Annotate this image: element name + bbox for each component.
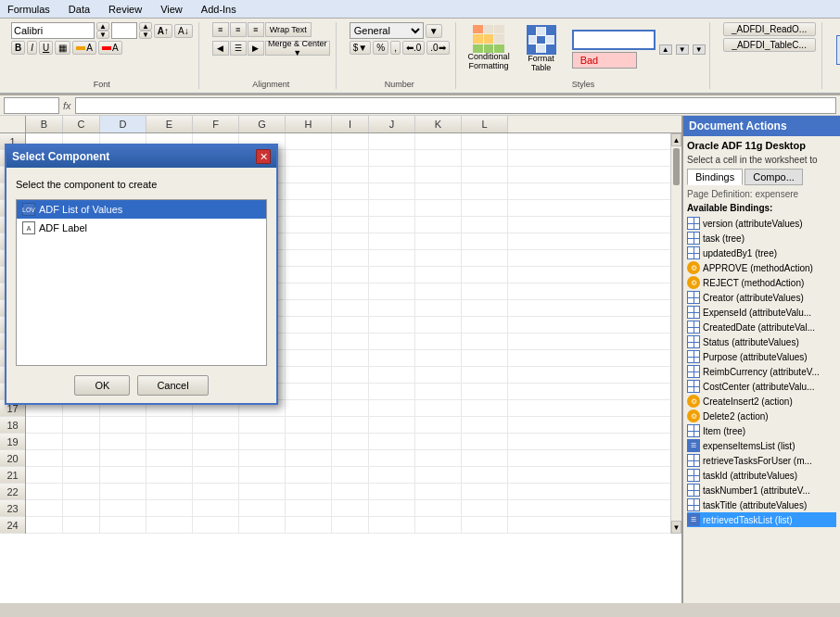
- normal-cell-input[interactable]: Normal: [572, 30, 655, 50]
- col-header-e[interactable]: E: [146, 116, 193, 132]
- grid-cell[interactable]: [146, 484, 193, 499]
- grid-cell[interactable]: [462, 200, 508, 216]
- grid-cell[interactable]: [286, 167, 332, 183]
- menu-add-ins[interactable]: Add-Ins: [197, 2, 240, 17]
- grid-cell[interactable]: [462, 317, 508, 333]
- grid-cell[interactable]: [193, 434, 239, 449]
- font-size-down[interactable]: ▼: [139, 31, 152, 39]
- wrap-text-btn[interactable]: Wrap Text: [265, 22, 312, 37]
- grid-cell[interactable]: [286, 300, 332, 316]
- grid-cell[interactable]: [462, 450, 508, 466]
- tab-components[interactable]: Compo...: [745, 169, 803, 185]
- col-header-b[interactable]: B: [26, 116, 63, 132]
- font-name-down[interactable]: ▼: [96, 31, 109, 39]
- binding-item[interactable]: taskNumber1 (attributeV...: [687, 483, 836, 497]
- grid-cell[interactable]: [415, 150, 462, 166]
- grid-cell[interactable]: [332, 200, 369, 216]
- grid-cell[interactable]: [415, 467, 462, 483]
- grid-cell[interactable]: [462, 267, 508, 283]
- insert-btn[interactable]: + Ins: [830, 22, 840, 89]
- fill-color-btn[interactable]: A: [72, 41, 96, 55]
- grid-cell[interactable]: [415, 500, 462, 516]
- grid-cell[interactable]: [369, 233, 415, 249]
- cancel-button[interactable]: Cancel: [137, 375, 208, 396]
- grid-cell[interactable]: [286, 267, 332, 283]
- grid-cell[interactable]: [462, 517, 508, 533]
- binding-item[interactable]: ReimbCurrency (attributeV...: [687, 364, 836, 379]
- grid-cell[interactable]: [415, 434, 462, 449]
- menu-formulas[interactable]: Formulas: [4, 2, 54, 17]
- grid-cell[interactable]: [369, 350, 415, 366]
- grid-cell[interactable]: [415, 517, 462, 533]
- grid-cell[interactable]: [415, 183, 462, 199]
- grid-cell[interactable]: [193, 484, 239, 499]
- grid-cell[interactable]: [415, 367, 462, 383]
- font-size-up[interactable]: ▲: [139, 22, 152, 31]
- binding-item[interactable]: ⚙REJECT (methodAction): [687, 275, 836, 290]
- binding-item[interactable]: ⚙CreateInsert2 (action): [687, 394, 836, 409]
- grid-cell[interactable]: [239, 500, 286, 516]
- grid-cell[interactable]: [26, 450, 63, 466]
- grid-cell[interactable]: [63, 517, 100, 533]
- binding-item[interactable]: ExpenseId (attributeValu...: [687, 305, 836, 320]
- grid-cell[interactable]: [462, 467, 508, 483]
- bad-style-cell[interactable]: Bad: [572, 52, 637, 69]
- grid-cell[interactable]: [462, 400, 508, 416]
- grid-cell[interactable]: [462, 417, 508, 433]
- grid-cell[interactable]: [332, 500, 369, 516]
- grid-cell[interactable]: [415, 417, 462, 433]
- grid-cell[interactable]: [462, 183, 508, 199]
- scroll-thumb[interactable]: [673, 148, 680, 185]
- grid-cell[interactable]: [100, 417, 146, 433]
- grid-cell[interactable]: [63, 500, 100, 516]
- align-left[interactable]: ◀: [212, 41, 229, 56]
- grid-cell[interactable]: [286, 183, 332, 199]
- col-header-c[interactable]: C: [63, 116, 100, 132]
- grid-cell[interactable]: [462, 150, 508, 166]
- grid-cell[interactable]: [100, 450, 146, 466]
- grid-cell[interactable]: [415, 384, 462, 399]
- grid-cell[interactable]: [462, 250, 508, 266]
- grid-cell[interactable]: [193, 417, 239, 433]
- grid-cell[interactable]: [146, 500, 193, 516]
- grid-cell[interactable]: [415, 350, 462, 366]
- grid-cell[interactable]: [286, 150, 332, 166]
- grid-cell[interactable]: [369, 367, 415, 383]
- bold-btn[interactable]: B: [11, 41, 25, 55]
- grid-cell[interactable]: [332, 233, 369, 249]
- grid-cell[interactable]: [193, 450, 239, 466]
- grid-cell[interactable]: [286, 133, 332, 149]
- grid-cell[interactable]: [415, 267, 462, 283]
- tab-bindings[interactable]: Bindings: [687, 169, 743, 185]
- grid-cell[interactable]: [332, 417, 369, 433]
- comma-btn[interactable]: ,: [390, 41, 401, 55]
- grid-cell[interactable]: [26, 434, 63, 449]
- grid-cell[interactable]: [100, 500, 146, 516]
- grid-cell[interactable]: [415, 200, 462, 216]
- grid-cell[interactable]: [332, 300, 369, 316]
- grow-font-btn[interactable]: A↑: [154, 24, 172, 38]
- number-format-down[interactable]: ▼: [426, 24, 442, 38]
- align-top-left[interactable]: ≡: [212, 22, 229, 37]
- align-top-center[interactable]: ≡: [230, 22, 247, 37]
- merge-center-btn[interactable]: Merge & Center ▼: [265, 41, 330, 56]
- grid-cell[interactable]: [26, 500, 63, 516]
- grid-cell[interactable]: [239, 417, 286, 433]
- grid-cell[interactable]: [415, 300, 462, 316]
- grid-cell[interactable]: [415, 334, 462, 349]
- grid-cell[interactable]: [286, 250, 332, 266]
- grid-cell[interactable]: [462, 300, 508, 316]
- grid-cell[interactable]: [239, 517, 286, 533]
- grid-cell[interactable]: [369, 283, 415, 299]
- font-name-up[interactable]: ▲: [96, 22, 109, 31]
- grid-cell[interactable]: [332, 217, 369, 233]
- font-name-input[interactable]: [11, 22, 95, 39]
- grid-cell[interactable]: [286, 384, 332, 399]
- col-header-i[interactable]: I: [332, 116, 369, 132]
- grid-cell[interactable]: [369, 167, 415, 183]
- grid-cell[interactable]: [332, 283, 369, 299]
- grid-cell[interactable]: [286, 417, 332, 433]
- binding-item[interactable]: Creator (attributeValues): [687, 290, 836, 305]
- grid-cell[interactable]: [286, 200, 332, 216]
- grid-cell[interactable]: [369, 133, 415, 149]
